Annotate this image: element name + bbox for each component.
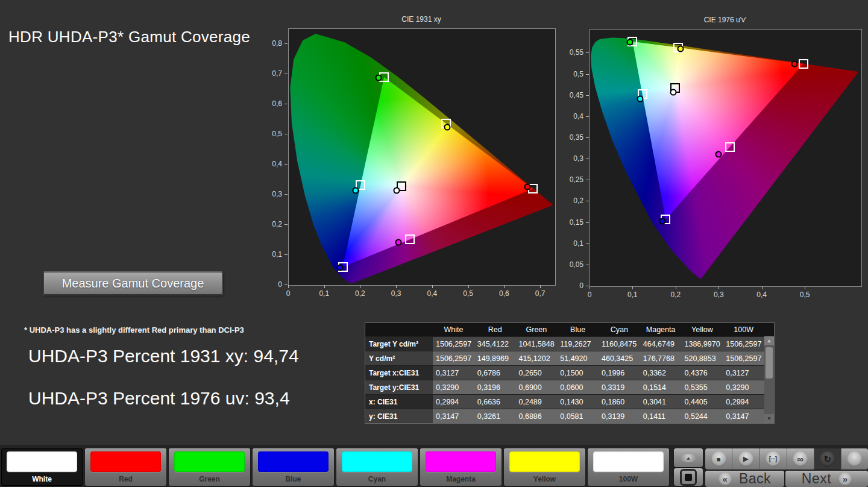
value-cell: 0,5244 <box>682 409 723 423</box>
measured-marker-magenta <box>715 151 722 158</box>
table-scrollbar[interactable]: ▲▼ <box>764 336 774 423</box>
scroll-down-button[interactable]: ▼ <box>764 414 774 423</box>
y-tick-label: 0,6 <box>254 99 282 108</box>
x-tick <box>360 285 360 288</box>
value-cell: 0,3127 <box>433 366 474 380</box>
value-cell: 1386,9970 <box>682 337 723 351</box>
patch-swatch <box>90 451 161 472</box>
value-cell: 0,4405 <box>682 395 723 409</box>
value-cell: 0,2994 <box>723 395 764 409</box>
y-tick-label: 0,5 <box>556 70 583 78</box>
refresh-button[interactable]: ↻ <box>814 448 841 470</box>
patch-tile-green[interactable]: Green <box>169 448 250 486</box>
x-tick <box>676 286 676 289</box>
row-label-cell: x: CIE31 <box>365 395 433 409</box>
patch-label: Yellow <box>504 475 585 483</box>
table-row: Target x:CIE310,31270,67860,26500,15000,… <box>365 365 774 380</box>
y-tick-label: 0,25 <box>556 175 583 184</box>
y-tick <box>586 52 589 53</box>
row-label-cell: Target Y cd/m² <box>365 337 433 351</box>
results-table: WhiteRedGreenBlueCyanMagentaYellow100WTa… <box>365 323 774 423</box>
value-cell: 415,1202 <box>516 351 558 365</box>
x-tick-label: 0,1 <box>311 289 338 298</box>
patch-swatch <box>7 451 77 472</box>
patch-tile-magenta[interactable]: Magenta <box>420 448 502 486</box>
measured-marker-white <box>670 89 677 95</box>
value-cell: 0,2489 <box>516 395 558 409</box>
step-button[interactable]: [··] <box>760 448 787 470</box>
y-tick <box>586 74 589 75</box>
measured-marker-yellow <box>444 124 451 130</box>
chart-title: CIE 1931 xy <box>288 15 555 24</box>
continuous-button[interactable]: ∞ <box>787 448 814 470</box>
patch-tile-blue[interactable]: Blue <box>253 448 334 486</box>
y-tick <box>586 244 589 244</box>
patch-window-button[interactable] <box>674 468 703 486</box>
y-tick <box>586 116 589 117</box>
x-tick-label: 0,4 <box>419 289 445 298</box>
x-tick <box>396 285 397 288</box>
measured-marker-red <box>524 183 531 190</box>
measured-marker-cyan <box>637 96 644 102</box>
y-tick <box>586 159 589 159</box>
record-button[interactable] <box>841 448 868 470</box>
y-tick-label: 0,4 <box>254 160 282 168</box>
patch-tile-red[interactable]: Red <box>85 448 166 486</box>
y-tick <box>285 254 288 255</box>
x-tick-label: 0,6 <box>491 289 517 298</box>
patch-swatch <box>593 451 664 472</box>
target-marker-magenta <box>405 234 415 244</box>
value-cell: 1506,2597 <box>723 351 764 365</box>
table-header-cell: Blue <box>557 323 599 336</box>
step-icon: [··] <box>766 451 781 467</box>
patch-tile-100w[interactable]: 100W <box>588 448 669 486</box>
patch-swatch <box>426 451 496 472</box>
result-1976-uv: UHDA-P3 Percent 1976 uv: 93,4 <box>28 388 290 409</box>
y-tick-label: 0,2 <box>254 220 282 228</box>
value-cell: 0,3147 <box>723 409 764 423</box>
patch-label: 100W <box>588 475 669 483</box>
patch-label: Cyan <box>336 475 418 483</box>
patch-tile-yellow[interactable]: Yellow <box>504 448 585 486</box>
measure-gamut-coverage-button[interactable]: Measure Gamut Coverage <box>43 272 222 295</box>
table-header-cell: Red <box>474 323 516 336</box>
table-header-cell: White <box>433 323 474 336</box>
patch-tile-white[interactable]: White <box>1 448 83 486</box>
x-tick <box>432 285 433 288</box>
scroll-up-button[interactable]: ▲ <box>764 336 774 345</box>
row-label-cell: Y cd/m² <box>365 351 433 365</box>
target-marker-magenta <box>725 142 735 152</box>
table-row: Target Y cd/m²1506,2597345,41221041,5848… <box>365 336 774 351</box>
y-tick <box>586 201 589 201</box>
patch-tile-cyan[interactable]: Cyan <box>336 448 418 486</box>
value-cell: 0,2994 <box>433 395 474 409</box>
value-cell: 1160,8475 <box>599 337 640 351</box>
plot-area <box>288 28 556 286</box>
value-cell: 0,0600 <box>557 380 599 394</box>
stop-button[interactable]: ■ <box>705 448 732 470</box>
bottom-bar: WhiteRedGreenBlueCyanMagentaYellow100W ▲… <box>0 445 868 487</box>
y-tick <box>586 137 589 138</box>
table-header-cell: Yellow <box>682 323 723 336</box>
measured-marker-yellow <box>677 45 684 52</box>
x-tick <box>632 286 633 289</box>
value-cell: 0,3139 <box>599 409 640 423</box>
collapse-button[interactable]: ▲ <box>674 448 703 467</box>
y-tick <box>285 284 288 285</box>
x-tick-label: 0,7 <box>527 289 553 298</box>
target-marker-red <box>799 59 808 69</box>
value-cell: 0,3127 <box>723 366 764 380</box>
back-button[interactable]: « Back <box>705 471 784 487</box>
play-button[interactable]: ▶ <box>732 448 760 470</box>
record-icon <box>847 451 862 467</box>
measured-marker-blue <box>337 264 344 271</box>
patch-swatch <box>342 451 412 472</box>
y-tick <box>586 180 589 180</box>
value-cell: 1506,2597 <box>433 337 474 351</box>
chart-title: CIE 1976 u'v' <box>590 16 861 24</box>
y-tick <box>586 286 589 286</box>
scroll-thumb[interactable] <box>766 347 773 379</box>
row-label-cell: Target y:CIE31 <box>365 380 433 394</box>
value-cell: 0,6900 <box>516 380 558 394</box>
next-button[interactable]: Next » <box>785 471 868 487</box>
